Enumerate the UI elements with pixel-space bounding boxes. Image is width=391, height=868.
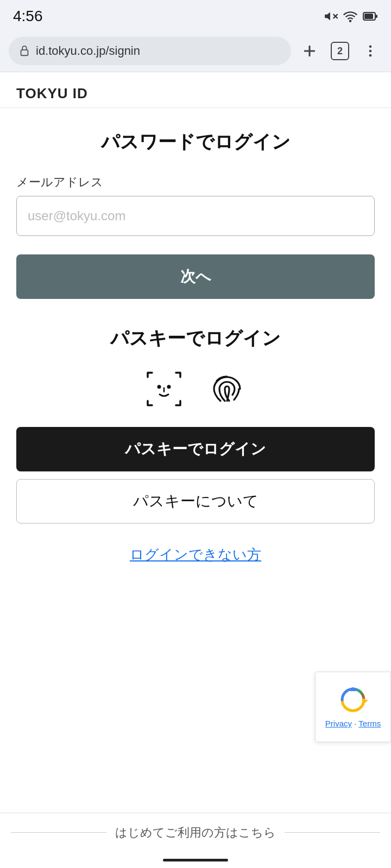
about-passkey-button[interactable]: パスキーについて	[16, 479, 375, 524]
recaptcha-terms[interactable]: Terms	[358, 719, 381, 728]
bottom-hint-text: はじめてご利用の方はこちら	[115, 825, 276, 841]
gesture-line	[163, 859, 228, 861]
mute-icon	[324, 9, 338, 23]
svg-point-14	[167, 385, 171, 389]
more-options-button[interactable]	[358, 39, 382, 63]
status-bar: 4:56	[0, 0, 391, 33]
trouble-login-link[interactable]: ログインできない方	[130, 545, 261, 564]
passkey-login-button[interactable]: パスキーでログイン	[16, 427, 375, 471]
new-tab-button[interactable]	[298, 39, 321, 63]
passkey-icons-row	[142, 367, 249, 411]
battery-icon	[363, 9, 378, 23]
tab-count-button[interactable]: 2	[328, 39, 352, 63]
url-security-icon	[18, 45, 30, 57]
svg-point-10	[369, 46, 372, 48]
status-icons	[324, 9, 378, 23]
main-content: パスワードでログイン メールアドレス 次へ パスキーでログイン	[0, 108, 391, 813]
svg-rect-7	[21, 50, 28, 55]
svg-point-12	[369, 54, 372, 57]
site-header: TOKYU ID	[0, 72, 391, 108]
tab-count-box: 2	[331, 42, 349, 60]
email-label: メールアドレス	[16, 174, 375, 190]
svg-rect-6	[376, 15, 377, 18]
svg-rect-5	[364, 14, 373, 19]
svg-point-13	[157, 385, 161, 389]
fingerprint-icon	[205, 367, 249, 411]
email-field-group: メールアドレス	[16, 174, 375, 236]
password-login-title: パスワードでログイン	[101, 130, 291, 155]
svg-point-11	[369, 50, 372, 53]
bottom-hint-line-left	[11, 832, 106, 833]
svg-marker-0	[325, 12, 330, 20]
wifi-icon	[343, 9, 357, 23]
bottom-hint[interactable]: はじめてご利用の方はこちら	[0, 813, 391, 852]
passkey-login-title: パスキーでログイン	[110, 326, 281, 351]
next-button[interactable]: 次へ	[16, 254, 375, 299]
recaptcha-separator: ·	[354, 719, 356, 728]
page: TOKYU ID パスワードでログイン メールアドレス 次へ パスキーでログイン	[0, 72, 391, 868]
url-bar[interactable]: id.tokyu.co.jp/signin	[9, 37, 291, 65]
bottom-hint-line-right	[285, 832, 380, 833]
status-time: 4:56	[13, 8, 43, 25]
browser-bar: id.tokyu.co.jp/signin 2	[0, 33, 391, 72]
site-logo: TOKYU ID	[16, 85, 88, 101]
recaptcha-privacy[interactable]: Privacy	[325, 719, 352, 728]
email-input[interactable]	[16, 196, 375, 236]
recaptcha-logo-icon	[338, 685, 368, 715]
recaptcha-text: Privacy · Terms	[325, 718, 381, 729]
recaptcha-badge: Privacy · Terms	[315, 672, 391, 742]
gesture-bar	[0, 852, 391, 868]
url-text: id.tokyu.co.jp/signin	[36, 44, 140, 58]
face-id-icon	[142, 367, 186, 411]
svg-point-3	[350, 21, 351, 22]
